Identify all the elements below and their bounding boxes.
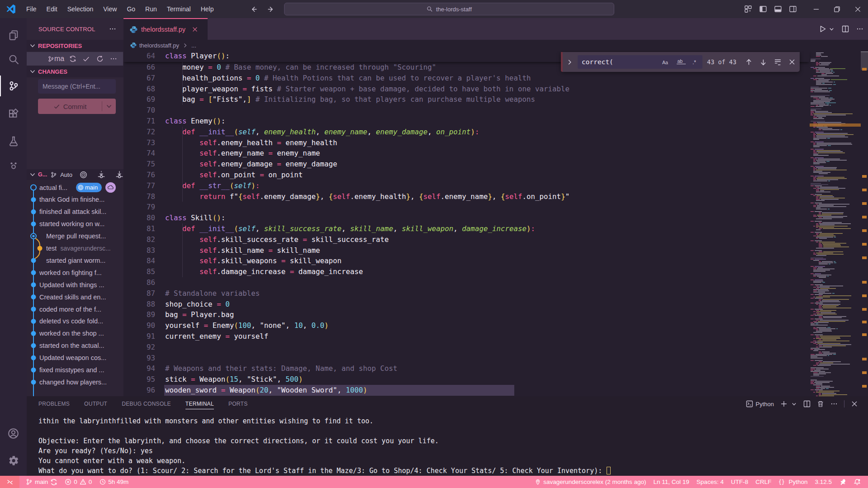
match-case-icon[interactable]: Aa	[662, 59, 672, 66]
menu-terminal[interactable]: Terminal	[162, 0, 196, 18]
commit-row[interactable]: fixed misstypes and ...	[27, 364, 123, 376]
tab-close-icon[interactable]	[192, 26, 198, 33]
commit-row[interactable]: started on the actual...	[27, 340, 123, 352]
menu-help[interactable]: Help	[196, 0, 219, 18]
commit-button[interactable]: Commit	[38, 99, 116, 114]
tab-thelordsstaff[interactable]: thelordsstaff.py	[123, 18, 208, 40]
commit-row[interactable]: finished all attack skil...	[27, 206, 123, 218]
find-in-selection-icon[interactable]	[774, 58, 782, 66]
go-back-icon[interactable]	[250, 5, 257, 13]
commit-row[interactable]: changed how players...	[27, 376, 123, 388]
sync-icon[interactable]	[69, 55, 76, 62]
status-pets[interactable]	[835, 476, 850, 488]
customize-layout-icon[interactable]	[745, 5, 752, 13]
section-changes[interactable]: CHANGES	[27, 66, 123, 77]
goto-head-icon[interactable]	[80, 171, 87, 179]
panel-tab-ports[interactable]: PORTS	[228, 396, 248, 412]
breadcrumb[interactable]: thelordsstaff.py ...	[123, 40, 868, 51]
commit-message-input[interactable]	[38, 79, 116, 94]
whole-word-icon[interactable]: ab	[676, 58, 686, 66]
activity-source-control[interactable]	[0, 75, 27, 97]
status-notifications[interactable]	[850, 476, 864, 488]
commit-row[interactable]: thank God im finishe...	[27, 194, 123, 206]
run-dropdown-icon[interactable]	[829, 26, 835, 32]
activity-testing[interactable]	[0, 130, 27, 152]
section-repositories[interactable]: REPOSITORIES	[27, 40, 123, 52]
commit-row[interactable]: testsavagerundersc...	[27, 242, 123, 255]
branch-badge-main[interactable]: main	[76, 183, 102, 192]
find-close-icon[interactable]	[788, 58, 796, 66]
regex-icon[interactable]: .*	[691, 59, 699, 66]
find-resize-sash[interactable]	[561, 52, 563, 72]
status-python-version[interactable]: 3.12.5	[811, 476, 835, 488]
find-input[interactable]: correct( Aa ab .*	[578, 55, 702, 69]
menu-file[interactable]: File	[21, 0, 42, 18]
menu-selection[interactable]: Selection	[62, 0, 99, 18]
status-branch[interactable]: main	[22, 476, 61, 488]
status-cursor-position[interactable]: Ln 11, Col 19	[650, 476, 693, 488]
status-problems[interactable]: 0 0	[61, 476, 95, 488]
activity-vscode-pets[interactable]	[0, 154, 27, 176]
breadcrumb-symbol[interactable]: ...	[191, 42, 196, 49]
terminal-output[interactable]: ithin the labryinthfilled with monsters …	[38, 416, 611, 476]
run-python-file-icon[interactable]	[819, 25, 827, 33]
menu-edit[interactable]: Edit	[42, 0, 62, 18]
toggle-replace-icon[interactable]	[566, 59, 573, 66]
menu-go[interactable]: Go	[122, 0, 140, 18]
overview-ruler[interactable]	[861, 51, 868, 396]
toggle-sidebar-icon[interactable]	[759, 5, 767, 13]
commit-row[interactable]: worked on fighting f...	[27, 266, 123, 279]
panel-close-icon[interactable]	[851, 400, 858, 407]
kill-terminal-icon[interactable]	[817, 400, 824, 407]
code-editor[interactable]: 66 money = 0 # Base money, can be increa…	[123, 51, 868, 396]
commit-row[interactable]: started giant worm...	[27, 254, 123, 266]
status-encoding[interactable]: UTF-8	[727, 476, 752, 488]
commit-row[interactable]: worked on the shop ...	[27, 327, 123, 340]
commit-row[interactable]: coded more of the f...	[27, 303, 123, 315]
activity-accounts[interactable]	[0, 422, 27, 444]
toggle-secondary-sidebar-icon[interactable]	[789, 5, 797, 13]
close-button[interactable]	[847, 0, 868, 18]
status-eol[interactable]: CRLF	[752, 476, 775, 488]
status-indentation[interactable]: Spaces: 4	[693, 476, 727, 488]
commit-row[interactable]: actual fi...main	[27, 181, 123, 194]
repo-more-icon[interactable]	[110, 55, 117, 62]
activity-search[interactable]	[0, 48, 27, 70]
commit-check-icon[interactable]	[82, 55, 90, 63]
activity-settings[interactable]	[0, 450, 27, 471]
command-center-search[interactable]: the-lords-staff	[284, 3, 614, 15]
panel-tab-output[interactable]: OUTPUT	[84, 396, 107, 412]
sidebar-more-actions-icon[interactable]	[109, 25, 116, 33]
toggle-panel-icon[interactable]	[774, 5, 782, 13]
split-editor-icon[interactable]	[842, 25, 849, 33]
terminal-dropdown-icon[interactable]	[791, 401, 797, 407]
repository-row[interactable]: ma	[27, 52, 123, 66]
status-blame[interactable]: savagerunderscorelex (2 months ago)	[531, 476, 650, 488]
commit-dropdown-icon[interactable]	[102, 103, 116, 110]
graph-auto-toggle[interactable]: Auto	[48, 171, 72, 178]
go-forward-icon[interactable]	[267, 5, 275, 13]
commit-row[interactable]: Updated weapon cos...	[27, 352, 123, 364]
commit-row[interactable]: Updated with things ...	[27, 279, 123, 291]
panel-tab-debug-console[interactable]: DEBUG CONSOLE	[122, 396, 171, 412]
panel-tab-terminal[interactable]: TERMINAL	[185, 396, 214, 412]
panel-more-icon[interactable]	[830, 400, 838, 407]
new-terminal-icon[interactable]	[780, 400, 787, 407]
restore-button[interactable]	[826, 0, 847, 18]
minimap[interactable]	[810, 51, 861, 396]
commit-row[interactable]: deleted vs code fold...	[27, 315, 123, 327]
scrollbar-slider[interactable]	[861, 52, 868, 70]
editor-more-icon[interactable]	[856, 25, 863, 33]
panel-tab-problems[interactable]: PROBLEMS	[38, 396, 70, 412]
status-timer[interactable]: 5h 49m	[95, 476, 132, 488]
activity-extensions[interactable]	[0, 103, 27, 124]
menu-view[interactable]: View	[98, 0, 122, 18]
fetch-icon[interactable]	[97, 171, 105, 179]
terminal-profile-label[interactable]: Python	[756, 401, 774, 407]
split-terminal-icon[interactable]	[803, 400, 811, 407]
activity-explorer[interactable]	[0, 24, 27, 46]
commit-row[interactable]: Created skills and en...	[27, 291, 123, 303]
commit-row[interactable]: started working on w...	[27, 218, 123, 230]
refresh-icon[interactable]	[96, 55, 104, 62]
commit-row[interactable]: Merge pull request...	[27, 230, 123, 242]
